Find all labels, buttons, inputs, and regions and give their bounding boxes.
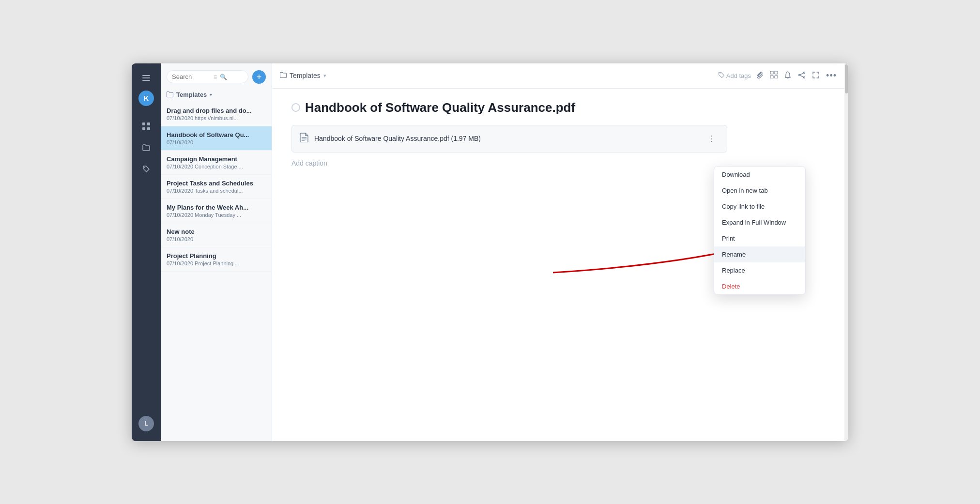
note-meta: 07/10/2020 [167, 236, 259, 242]
breadcrumb-dropdown-arrow[interactable]: ▾ [323, 73, 326, 79]
note-meta: 07/10/2020 https://nimbus.ni... [167, 115, 259, 121]
note-item[interactable]: Project Tasks and Schedules 07/10/2020 T… [161, 175, 272, 199]
folder-header[interactable]: Templates ▾ [161, 88, 272, 102]
file-doc-icon [300, 133, 308, 144]
svg-rect-12 [775, 76, 778, 78]
document-title: Handbook of Software Quality Assurance.p… [305, 100, 575, 115]
context-menu-item[interactable]: Expand in Full Window [714, 214, 805, 230]
note-meta: 07/10/2020 [167, 139, 259, 145]
file-attachment-block: Handbook of Software Quality Assurance.p… [291, 125, 727, 153]
search-box[interactable]: ≡ 🔍 [167, 70, 248, 83]
svg-point-13 [804, 72, 805, 73]
scrollbar-thumb [845, 64, 848, 93]
tag-nav-icon[interactable] [138, 160, 155, 178]
context-menu: DownloadOpen in new tabCopy link to file… [714, 166, 806, 295]
folder-icon [167, 91, 173, 99]
main-content: Templates ▾ Add tags [272, 63, 844, 441]
context-menu-item[interactable]: Replace [714, 262, 805, 278]
note-meta: 07/10/2020 Tasks and schedul... [167, 188, 259, 194]
app-window: K L ≡ [132, 63, 848, 441]
breadcrumb-folder-name: Templates [290, 72, 321, 79]
note-item[interactable]: Drag and drop files and do... 07/10/2020… [161, 102, 272, 126]
note-item[interactable]: Project Planning 07/10/2020 Project Plan… [161, 247, 272, 272]
document-title-row: Handbook of Software Quality Assurance.p… [291, 100, 825, 115]
file-more-button[interactable]: ⋮ [704, 132, 719, 145]
svg-rect-2 [142, 80, 150, 81]
sidebar-header: ≡ 🔍 + [161, 63, 272, 88]
doc-status-circle [291, 103, 300, 112]
context-menu-item[interactable]: Copy link to file [714, 199, 805, 214]
note-meta: 07/10/2020 Conception Stage ... [167, 164, 259, 169]
sidebar: ≡ 🔍 + Templates ▾ Drag and drop files an… [161, 63, 272, 441]
bell-icon[interactable] [784, 71, 791, 80]
note-meta: 07/10/2020 Monday Tuesday ... [167, 212, 259, 218]
file-name-label: Handbook of Software Quality Assurance.p… [314, 135, 698, 142]
nav-bar: K L [132, 63, 161, 441]
user-avatar[interactable]: K [138, 91, 154, 106]
svg-line-16 [800, 73, 804, 74]
svg-point-8 [720, 73, 720, 74]
svg-rect-11 [770, 76, 773, 78]
filter-icon[interactable]: ≡ [214, 74, 217, 80]
svg-point-7 [144, 167, 145, 168]
sidebar-notes-list: Drag and drop files and do... 07/10/2020… [161, 102, 272, 441]
right-scrollbar[interactable] [844, 63, 848, 441]
grid-nav-icon[interactable] [138, 118, 155, 135]
note-title: Project Planning [167, 252, 254, 260]
note-item[interactable]: Campaign Management 07/10/2020 Conceptio… [161, 151, 272, 175]
folder-dropdown-arrow[interactable]: ▾ [210, 92, 212, 97]
svg-point-14 [804, 76, 805, 78]
search-input[interactable] [172, 73, 211, 80]
note-title: Drag and drop files and do... [167, 107, 254, 114]
search-icon[interactable]: 🔍 [220, 74, 227, 80]
fullscreen-icon[interactable] [812, 72, 819, 80]
breadcrumb-folder-icon [280, 71, 287, 80]
hamburger-icon[interactable] [138, 69, 155, 87]
note-item[interactable]: Handbook of Software Qu... 07/10/2020 [161, 126, 272, 151]
folder-nav-icon[interactable] [138, 139, 155, 156]
note-item[interactable]: New note 07/10/2020 [161, 223, 272, 247]
context-menu-item[interactable]: Rename [714, 246, 805, 262]
add-tags-label: Add tags [726, 72, 751, 79]
grid-icon[interactable] [770, 71, 778, 80]
share-icon[interactable] [798, 72, 806, 80]
add-tags-area[interactable]: Add tags [719, 72, 751, 79]
context-menu-item[interactable]: Delete [714, 278, 805, 294]
svg-rect-6 [147, 127, 150, 130]
note-item[interactable]: My Plans for the Week Ah... 07/10/2020 M… [161, 199, 272, 223]
top-bar: Templates ▾ Add tags [272, 63, 844, 89]
sidebar-folder-name: Templates [176, 91, 207, 98]
content-area: Handbook of Software Quality Assurance.p… [272, 89, 844, 441]
context-menu-item[interactable]: Open in new tab [714, 183, 805, 199]
svg-rect-5 [142, 127, 145, 130]
context-menu-item[interactable]: Download [714, 167, 805, 183]
note-meta: 07/10/2020 Project Planning ... [167, 260, 259, 266]
context-menu-item[interactable]: Print [714, 230, 805, 246]
note-title: New note [167, 228, 254, 235]
svg-rect-1 [142, 77, 150, 78]
svg-line-17 [800, 75, 804, 76]
svg-rect-4 [147, 122, 150, 125]
svg-rect-10 [775, 71, 778, 74]
svg-rect-9 [770, 71, 773, 74]
more-options-icon[interactable]: ••• [826, 71, 837, 81]
add-note-button[interactable]: + [252, 70, 266, 84]
note-title: Project Tasks and Schedules [167, 180, 254, 187]
svg-point-15 [799, 74, 800, 76]
svg-rect-3 [142, 122, 145, 125]
breadcrumb: Templates ▾ [280, 71, 713, 80]
note-title: Handbook of Software Qu... [167, 131, 254, 138]
note-title: Campaign Management [167, 155, 254, 163]
note-title: My Plans for the Week Ah... [167, 204, 254, 211]
tag-icon [719, 72, 724, 79]
bottom-user-avatar[interactable]: L [138, 416, 154, 431]
top-bar-actions: ••• [757, 71, 837, 81]
attach-icon[interactable] [757, 71, 764, 80]
svg-rect-0 [142, 75, 150, 76]
